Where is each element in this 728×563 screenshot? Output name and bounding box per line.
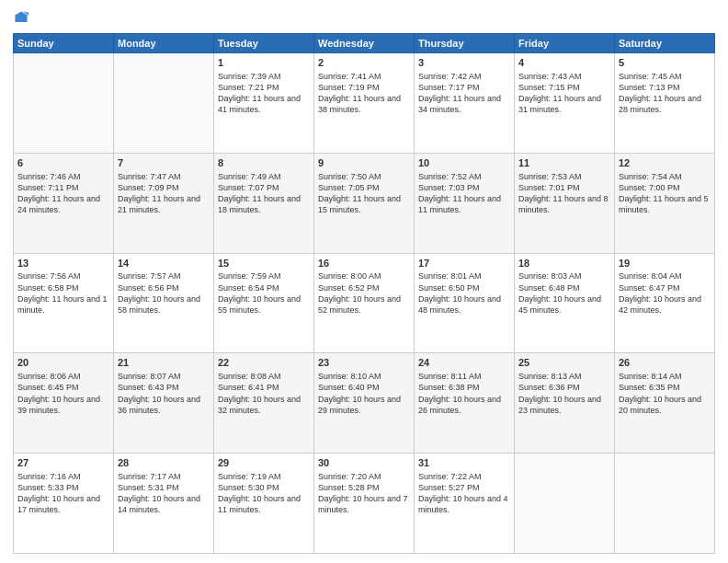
calendar-cell: 3Sunrise: 7:42 AMSunset: 7:17 PMDaylight… (415, 53, 515, 154)
calendar-cell (615, 454, 715, 554)
day-info: Sunrise: 8:04 AMSunset: 6:47 PMDaylight:… (619, 270, 711, 316)
day-info: Sunrise: 7:52 AMSunset: 7:03 PMDaylight:… (418, 171, 510, 216)
weekday-header: Wednesday (314, 34, 415, 53)
calendar-week-row: 27Sunrise: 7:16 AMSunset: 5:33 PMDayligh… (14, 454, 715, 554)
day-info: Sunrise: 8:13 AMSunset: 6:36 PMDaylight:… (518, 371, 610, 416)
day-number: 1 (218, 56, 310, 70)
day-number: 11 (518, 156, 610, 170)
calendar-week-row: 6Sunrise: 7:46 AMSunset: 7:11 PMDaylight… (14, 153, 715, 253)
calendar-cell: 31Sunrise: 7:22 AMSunset: 5:27 PMDayligh… (415, 454, 515, 554)
day-info: Sunrise: 7:54 AMSunset: 7:00 PMDaylight:… (619, 171, 711, 216)
calendar-week-row: 20Sunrise: 8:06 AMSunset: 6:45 PMDayligh… (14, 353, 715, 454)
day-number: 16 (318, 257, 410, 270)
calendar-cell: 21Sunrise: 8:07 AMSunset: 6:43 PMDayligh… (114, 353, 214, 454)
calendar-cell: 17Sunrise: 8:01 AMSunset: 6:50 PMDayligh… (415, 253, 515, 353)
calendar-cell: 4Sunrise: 7:43 AMSunset: 7:15 PMDaylight… (515, 53, 615, 154)
day-info: Sunrise: 8:06 AMSunset: 6:45 PMDaylight:… (17, 371, 109, 416)
day-number: 3 (418, 56, 510, 70)
day-info: Sunrise: 7:39 AMSunset: 7:21 PMDaylight:… (218, 71, 310, 116)
day-info: Sunrise: 7:59 AMSunset: 6:54 PMDaylight:… (218, 270, 310, 316)
weekday-header: Thursday (415, 34, 515, 53)
day-number: 17 (418, 257, 510, 270)
header (13, 9, 715, 26)
calendar-cell: 8Sunrise: 7:49 AMSunset: 7:07 PMDaylight… (214, 153, 314, 253)
day-number: 26 (619, 356, 711, 370)
calendar-cell (515, 454, 615, 554)
calendar-header-row: SundayMondayTuesdayWednesdayThursdayFrid… (14, 34, 715, 53)
day-number: 22 (218, 356, 310, 370)
calendar-cell: 23Sunrise: 8:10 AMSunset: 6:40 PMDayligh… (314, 353, 415, 454)
day-info: Sunrise: 7:41 AMSunset: 7:19 PMDaylight:… (318, 71, 410, 116)
calendar-cell: 2Sunrise: 7:41 AMSunset: 7:19 PMDaylight… (314, 53, 415, 154)
calendar-cell: 15Sunrise: 7:59 AMSunset: 6:54 PMDayligh… (214, 253, 314, 353)
day-number: 10 (418, 156, 510, 170)
day-info: Sunrise: 7:43 AMSunset: 7:15 PMDaylight:… (518, 71, 610, 116)
day-number: 31 (418, 456, 510, 470)
weekday-header: Saturday (615, 34, 715, 53)
day-number: 5 (619, 56, 711, 70)
day-number: 18 (518, 257, 610, 270)
day-number: 2 (318, 56, 410, 70)
day-number: 15 (218, 257, 310, 270)
logo (13, 9, 31, 26)
weekday-header: Friday (515, 34, 615, 53)
day-number: 6 (17, 156, 109, 170)
calendar-cell: 5Sunrise: 7:45 AMSunset: 7:13 PMDaylight… (615, 53, 715, 154)
weekday-header: Monday (114, 34, 214, 53)
day-number: 29 (218, 456, 310, 470)
calendar-cell: 6Sunrise: 7:46 AMSunset: 7:11 PMDaylight… (14, 153, 114, 253)
day-info: Sunrise: 8:10 AMSunset: 6:40 PMDaylight:… (318, 371, 410, 416)
day-info: Sunrise: 7:16 AMSunset: 5:33 PMDaylight:… (17, 471, 109, 516)
calendar-cell: 11Sunrise: 7:53 AMSunset: 7:01 PMDayligh… (515, 153, 615, 253)
day-number: 23 (318, 356, 410, 370)
day-info: Sunrise: 7:19 AMSunset: 5:30 PMDaylight:… (218, 471, 310, 516)
calendar-cell: 22Sunrise: 8:08 AMSunset: 6:41 PMDayligh… (214, 353, 314, 454)
day-number: 7 (118, 156, 210, 170)
day-info: Sunrise: 8:14 AMSunset: 6:35 PMDaylight:… (619, 371, 711, 416)
weekday-header: Tuesday (214, 34, 314, 53)
calendar-week-row: 1Sunrise: 7:39 AMSunset: 7:21 PMDaylight… (14, 53, 715, 154)
day-number: 21 (118, 356, 210, 370)
calendar-cell: 7Sunrise: 7:47 AMSunset: 7:09 PMDaylight… (114, 153, 214, 253)
day-number: 4 (518, 56, 610, 70)
day-info: Sunrise: 7:42 AMSunset: 7:17 PMDaylight:… (418, 71, 510, 116)
day-number: 24 (418, 356, 510, 370)
calendar-cell: 27Sunrise: 7:16 AMSunset: 5:33 PMDayligh… (14, 454, 114, 554)
day-info: Sunrise: 7:49 AMSunset: 7:07 PMDaylight:… (218, 171, 310, 216)
calendar-cell: 12Sunrise: 7:54 AMSunset: 7:00 PMDayligh… (615, 153, 715, 253)
calendar-cell: 30Sunrise: 7:20 AMSunset: 5:28 PMDayligh… (314, 454, 415, 554)
day-number: 28 (118, 456, 210, 470)
day-info: Sunrise: 7:50 AMSunset: 7:05 PMDaylight:… (318, 171, 410, 216)
calendar-cell: 10Sunrise: 7:52 AMSunset: 7:03 PMDayligh… (415, 153, 515, 253)
day-info: Sunrise: 8:08 AMSunset: 6:41 PMDaylight:… (218, 371, 310, 416)
day-info: Sunrise: 8:11 AMSunset: 6:38 PMDaylight:… (418, 371, 510, 416)
calendar-cell: 29Sunrise: 7:19 AMSunset: 5:30 PMDayligh… (214, 454, 314, 554)
day-info: Sunrise: 8:00 AMSunset: 6:52 PMDaylight:… (318, 270, 410, 316)
calendar-cell: 16Sunrise: 8:00 AMSunset: 6:52 PMDayligh… (314, 253, 415, 353)
day-info: Sunrise: 7:46 AMSunset: 7:11 PMDaylight:… (17, 171, 109, 216)
calendar-cell: 14Sunrise: 7:57 AMSunset: 6:56 PMDayligh… (114, 253, 214, 353)
weekday-header: Sunday (14, 34, 114, 53)
day-info: Sunrise: 7:20 AMSunset: 5:28 PMDaylight:… (318, 471, 410, 516)
day-number: 20 (17, 356, 109, 370)
calendar-table: SundayMondayTuesdayWednesdayThursdayFrid… (13, 33, 715, 554)
calendar-cell: 13Sunrise: 7:56 AMSunset: 6:58 PMDayligh… (14, 253, 114, 353)
day-number: 13 (17, 257, 109, 270)
day-info: Sunrise: 8:07 AMSunset: 6:43 PMDaylight:… (118, 371, 210, 416)
day-info: Sunrise: 8:03 AMSunset: 6:48 PMDaylight:… (518, 270, 610, 316)
day-number: 30 (318, 456, 410, 470)
day-number: 14 (118, 257, 210, 270)
day-number: 27 (17, 456, 109, 470)
day-number: 9 (318, 156, 410, 170)
day-number: 8 (218, 156, 310, 170)
day-info: Sunrise: 8:01 AMSunset: 6:50 PMDaylight:… (418, 270, 510, 316)
day-info: Sunrise: 7:47 AMSunset: 7:09 PMDaylight:… (118, 171, 210, 216)
day-number: 19 (619, 257, 711, 270)
calendar-cell: 26Sunrise: 8:14 AMSunset: 6:35 PMDayligh… (615, 353, 715, 454)
calendar-cell: 18Sunrise: 8:03 AMSunset: 6:48 PMDayligh… (515, 253, 615, 353)
calendar-cell (14, 53, 114, 154)
calendar-cell: 25Sunrise: 8:13 AMSunset: 6:36 PMDayligh… (515, 353, 615, 454)
logo-icon (13, 9, 29, 26)
day-info: Sunrise: 7:53 AMSunset: 7:01 PMDaylight:… (518, 171, 610, 216)
calendar-week-row: 13Sunrise: 7:56 AMSunset: 6:58 PMDayligh… (14, 253, 715, 353)
